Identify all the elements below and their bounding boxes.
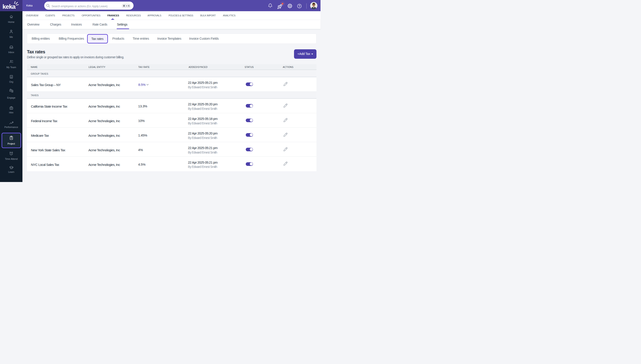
svg-text:keka: keka [3, 3, 16, 10]
